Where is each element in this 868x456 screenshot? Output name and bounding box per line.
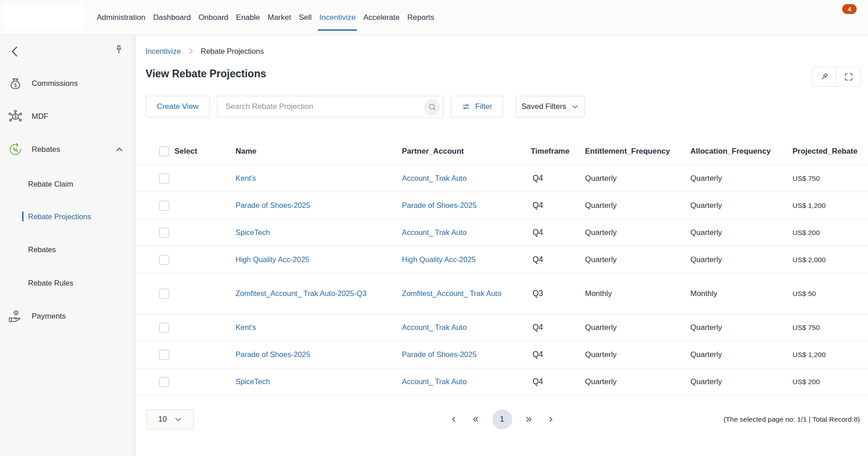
chevron-down-icon xyxy=(174,415,182,423)
cell-timeframe: Q4 xyxy=(533,314,543,341)
hand-coin-icon: $ xyxy=(8,309,23,324)
sidebar-item-rebates[interactable]: Rebates xyxy=(0,244,135,255)
cell-allocation-frequency: Quarterly xyxy=(690,246,722,273)
cell-name[interactable]: SpiceTech xyxy=(236,368,394,395)
cell-name[interactable]: Kent's xyxy=(236,314,394,341)
notification-count-badge[interactable]: 4 xyxy=(842,4,857,14)
sidebar-item-rebates[interactable]: %Rebates xyxy=(0,139,135,160)
rebate-projections-table: SelectNamePartner_AccountTimeframeEntitl… xyxy=(136,138,868,395)
column-header-timeframe: Timeframe xyxy=(531,138,570,165)
pager: 1 xyxy=(449,409,556,429)
nav-item-dashboard[interactable]: Dashboard xyxy=(153,13,191,22)
row-checkbox[interactable] xyxy=(159,377,169,387)
sidebar: $Commissions $MDF %RebatesRebate ClaimRe… xyxy=(0,35,136,456)
nav-item-market[interactable]: Market xyxy=(268,13,291,22)
filter-button[interactable]: Filter xyxy=(451,96,503,118)
table-row: High Quality Acc-2025High Quality Acc-20… xyxy=(136,246,868,273)
sidebar-item-mdf[interactable]: $MDF xyxy=(0,106,135,127)
nav-item-reports[interactable]: Reports xyxy=(407,13,434,22)
cell-name[interactable]: SpiceTech xyxy=(236,219,394,246)
cell-partner-account[interactable]: Account_ Trak Auto xyxy=(402,314,513,341)
create-view-button[interactable]: Create View xyxy=(146,96,210,118)
chevron-up-icon[interactable] xyxy=(115,145,124,154)
network-dollar-icon: $ xyxy=(8,109,23,124)
nav-item-onboard[interactable]: Onboard xyxy=(198,13,228,22)
row-checkbox[interactable] xyxy=(159,228,169,238)
table-row: SpiceTechAccount_ Trak AutoQ4QuarterlyQu… xyxy=(136,368,868,395)
sidebar-item-payments[interactable]: $ Payments xyxy=(0,306,135,327)
table-row: Parade of Shoes-2025Parade of Shoes-2025… xyxy=(136,341,868,368)
cell-partner-account[interactable]: Parade of Shoes-2025 xyxy=(402,192,513,219)
table-row: Zomfitest_Account_ Trak Auto-2025-Q3Zomf… xyxy=(136,273,868,314)
percent-cycle-icon: % xyxy=(8,142,23,157)
nav-item-administration[interactable]: Administration xyxy=(97,13,146,22)
sidebar-pin-icon[interactable] xyxy=(113,44,124,57)
nav-item-accelerate[interactable]: Accelerate xyxy=(363,13,400,22)
cell-projected-rebate: US$ 750 xyxy=(793,314,820,341)
pin-view-button[interactable] xyxy=(812,67,836,86)
column-header-projected-rebate: Projected_Rebate xyxy=(793,138,858,165)
cell-partner-account[interactable]: Account_ Trak Auto xyxy=(402,368,513,395)
row-checkbox[interactable] xyxy=(159,323,169,333)
sidebar-item-label: Payments xyxy=(32,312,66,321)
sidebar-item-rebate-projections[interactable]: Rebate Projections xyxy=(0,211,135,222)
cell-timeframe: Q4 xyxy=(533,192,543,219)
cell-partner-account[interactable]: Account_ Trak Auto xyxy=(402,165,513,192)
cell-partner-account[interactable]: Account_ Trak Auto xyxy=(402,219,513,246)
saved-filters-dropdown[interactable]: Saved Filters xyxy=(515,96,585,118)
row-checkbox[interactable] xyxy=(159,255,169,265)
cell-partner-account[interactable]: Zomfitest_Account_ Trak Auto xyxy=(402,273,513,314)
sidebar-item-rebate-rules[interactable]: Rebate Rules xyxy=(0,277,135,289)
sidebar-item-label: MDF xyxy=(32,112,48,121)
svg-text:$: $ xyxy=(15,311,17,315)
cell-name[interactable]: Parade of Shoes-2025 xyxy=(236,341,394,368)
sidebar-item-commissions[interactable]: $Commissions xyxy=(0,73,135,94)
cell-entitlement-frequency: Quarterly xyxy=(585,341,617,368)
cell-timeframe: Q4 xyxy=(533,165,543,192)
select-all-checkbox[interactable] xyxy=(159,146,169,156)
cell-partner-account[interactable]: Parade of Shoes-2025 xyxy=(402,341,513,368)
cell-projected-rebate: US$ 50 xyxy=(793,273,816,314)
sidebar-item-label: Commissions xyxy=(32,79,78,88)
cell-name[interactable]: Kent's xyxy=(236,165,394,192)
search-submit-icon[interactable] xyxy=(424,99,440,115)
search-input[interactable] xyxy=(217,96,416,117)
cell-name[interactable]: Zomfitest_Account_ Trak Auto-2025-Q3 xyxy=(236,273,394,314)
double-chevron-right-page-button[interactable] xyxy=(524,414,534,424)
sidebar-collapse-icon[interactable] xyxy=(9,45,21,58)
fullscreen-icon[interactable] xyxy=(836,67,860,86)
nav-item-enable[interactable]: Enable xyxy=(236,13,260,22)
main-nav-menu: AdministrationDashboardOnboardEnableMark… xyxy=(97,0,434,35)
column-header-allocation-frequency: Allocation_Frequency xyxy=(690,138,771,165)
row-checkbox[interactable] xyxy=(159,201,169,211)
nav-item-sell[interactable]: Sell xyxy=(299,13,311,22)
cell-timeframe: Q4 xyxy=(533,368,543,395)
nav-item-incentivize[interactable]: Incentivize xyxy=(319,13,355,22)
row-checkbox[interactable] xyxy=(159,174,169,183)
cell-partner-account[interactable]: High Quality Acc-2025 xyxy=(402,246,513,273)
current-page-button[interactable]: 1 xyxy=(492,409,512,429)
row-checkbox[interactable] xyxy=(159,350,169,360)
table-row: Kent'sAccount_ Trak AutoQ4QuarterlyQuart… xyxy=(136,165,868,192)
double-chevron-left-page-button[interactable] xyxy=(471,414,481,424)
page-size-value: 10 xyxy=(158,415,167,424)
cell-projected-rebate: US$ 1,200 xyxy=(793,192,826,219)
sidebar-item-rebate-claim[interactable]: Rebate Claim xyxy=(0,178,135,190)
table-row: SpiceTechAccount_ Trak AutoQ4QuarterlyQu… xyxy=(136,219,868,246)
breadcrumb: Incentivize Rebate Projections xyxy=(146,45,264,57)
page-size-select[interactable]: 10 xyxy=(146,409,194,429)
saved-filters-label: Saved Filters xyxy=(521,102,566,111)
row-checkbox[interactable] xyxy=(159,289,169,299)
cell-timeframe: Q3 xyxy=(533,273,543,314)
cell-name[interactable]: Parade of Shoes-2025 xyxy=(236,192,394,219)
cell-name[interactable]: High Quality Acc-2025 xyxy=(236,246,394,273)
cell-entitlement-frequency: Quarterly xyxy=(585,165,617,192)
column-header-partner-account: Partner_Account xyxy=(402,138,464,165)
breadcrumb-parent-link[interactable]: Incentivize xyxy=(146,47,181,56)
chevron-left-page-button[interactable] xyxy=(449,414,459,424)
cell-allocation-frequency: Quarterly xyxy=(690,165,722,192)
pagination-bar: 10 1 (The selected page no: 1 xyxy=(136,409,868,429)
chevron-right-page-button[interactable] xyxy=(546,414,556,424)
cell-allocation-frequency: Quarterly xyxy=(690,368,722,395)
cell-timeframe: Q4 xyxy=(533,246,543,273)
